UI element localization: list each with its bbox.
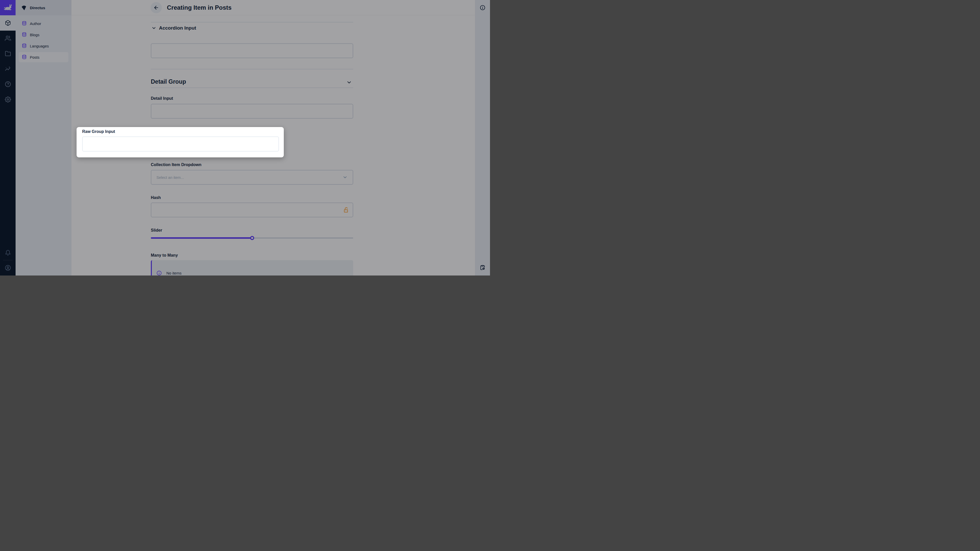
raw-group-input-label: Raw Group Input [82,129,281,134]
raw-group-input-field[interactable] [82,137,279,151]
spotlight-card: Raw Group Input [76,127,284,157]
app-window: Directus Author Blogs Languages Posts [0,0,490,275]
